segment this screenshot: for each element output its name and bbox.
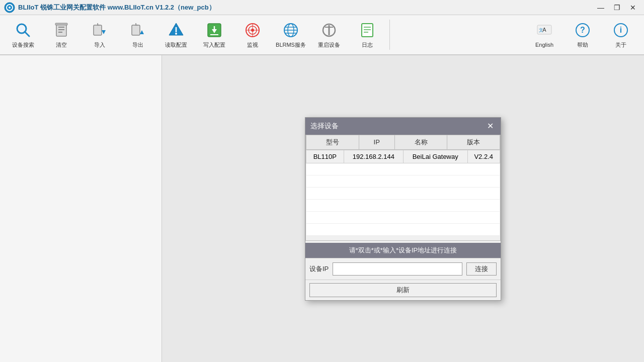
svg-rect-13 xyxy=(132,25,140,35)
title-controls: — ❐ ✕ xyxy=(594,2,640,13)
clear-label: 清空 xyxy=(56,42,67,48)
device-ip-0: 192.168.2.144 xyxy=(344,150,403,163)
monitor-label: 监视 xyxy=(247,42,258,48)
device-row-0[interactable]: BL110P 192.168.2.144 BeiLai Gateway V2.2… xyxy=(306,150,500,163)
write-config-icon xyxy=(205,21,224,40)
sidebar xyxy=(0,55,162,362)
log-label: 日志 xyxy=(362,42,373,48)
refresh-button[interactable]: 刷新 xyxy=(309,283,497,297)
restore-button[interactable]: ❐ xyxy=(610,2,624,13)
col-name: 名称 xyxy=(394,135,447,149)
toolbar-export[interactable]: 导出 xyxy=(120,17,156,52)
log-icon xyxy=(358,21,377,40)
restart-icon xyxy=(319,21,339,40)
device-version-0: V2.2.4 xyxy=(467,150,500,163)
table-header: 型号 IP 名称 版本 xyxy=(306,135,500,149)
dialog-title: 选择设备 xyxy=(310,122,339,131)
toolbar-clear[interactable]: 清空 xyxy=(43,17,79,52)
device-name-0: BeiLai Gateway xyxy=(403,150,467,163)
refresh-row: 刷新 xyxy=(305,280,501,300)
toolbar-log[interactable]: 日志 xyxy=(349,17,385,52)
toolbar-read-config[interactable]: 读取配置 xyxy=(158,17,194,52)
svg-point-5 xyxy=(19,26,24,31)
toolbar-separator xyxy=(389,20,390,50)
svg-line-4 xyxy=(25,32,29,36)
blrms-icon xyxy=(281,21,300,40)
main-area: 锐铢工业网关 www.BLIIoT.cn 选择设备 ✕ 型号 IP xyxy=(0,55,644,362)
search-device-label: 设备搜索 xyxy=(12,42,34,48)
svg-marker-12 xyxy=(102,30,106,34)
toolbar-search-device[interactable]: 设备搜索 xyxy=(5,17,41,52)
app-logo-icon xyxy=(4,2,15,13)
empty-row-2 xyxy=(306,175,500,187)
export-icon xyxy=(128,21,147,40)
table-body-scroll: BL110P 192.168.2.144 BeiLai Gateway V2.2… xyxy=(306,150,500,240)
device-table: 型号 IP 名称 版本 xyxy=(306,135,500,150)
import-icon xyxy=(90,21,109,40)
toolbar-monitor[interactable]: 监视 xyxy=(234,17,271,52)
select-device-dialog: 选择设备 ✕ 型号 IP 名称 版本 xyxy=(305,117,501,301)
toolbar: 设备搜索 清空 导入 xyxy=(0,15,644,55)
toolbar-restart[interactable]: 重启设备 xyxy=(311,17,347,52)
empty-row-4 xyxy=(306,199,500,211)
export-label: 导出 xyxy=(132,42,143,48)
col-version: 版本 xyxy=(447,135,500,149)
svg-point-17 xyxy=(175,33,177,35)
ip-label: 设备IP xyxy=(309,264,329,274)
svg-text:i: i xyxy=(620,26,622,34)
toolbar-help[interactable]: ? 帮助 xyxy=(565,17,601,52)
dialog-close-button[interactable]: ✕ xyxy=(485,121,496,132)
svg-rect-35 xyxy=(362,24,373,37)
clear-icon xyxy=(52,21,71,40)
read-config-icon xyxy=(167,21,186,40)
svg-rect-10 xyxy=(55,23,67,25)
content-area: 锐铢工业网关 www.BLIIoT.cn 选择设备 ✕ 型号 IP xyxy=(162,55,644,362)
device-ip-input[interactable] xyxy=(333,262,462,276)
about-label: 关于 xyxy=(615,42,626,48)
blrms-label: BLRMS服务 xyxy=(276,42,306,48)
title-bar: BLIIoT 锐铢工业网关配置软件 www.BLIIoT.cn V1.2.2（n… xyxy=(0,0,644,15)
hint-bar: 请*双击*或*输入*设备IP地址进行连接 xyxy=(305,243,501,258)
empty-row-5 xyxy=(306,211,500,223)
restart-label: 重启设备 xyxy=(318,42,340,48)
minimize-button[interactable]: — xyxy=(594,2,608,13)
svg-text:文: 文 xyxy=(539,28,543,33)
help-icon: ? xyxy=(573,21,592,40)
dialog-overlay: 选择设备 ✕ 型号 IP 名称 版本 xyxy=(162,55,644,362)
connect-button[interactable]: 连接 xyxy=(466,262,497,276)
import-label: 导入 xyxy=(94,42,105,48)
empty-row-6 xyxy=(306,223,500,235)
empty-row-3 xyxy=(306,187,500,199)
toolbar-blrms[interactable]: BLRMS服务 xyxy=(273,17,309,52)
toolbar-import[interactable]: 导入 xyxy=(82,17,118,52)
write-config-label: 写入配置 xyxy=(203,42,225,48)
connect-row: 设备IP 连接 xyxy=(305,258,501,280)
search-device-icon xyxy=(14,21,33,40)
title-left: BLIIoT 锐铢工业网关配置软件 www.BLIIoT.cn V1.2.2（n… xyxy=(4,2,215,13)
dialog-titlebar: 选择设备 ✕ xyxy=(305,118,501,135)
monitor-icon xyxy=(243,21,262,40)
empty-row-1 xyxy=(306,163,500,175)
svg-text:?: ? xyxy=(580,26,585,34)
svg-marker-14 xyxy=(140,30,144,34)
toolbar-english[interactable]: A 文 English xyxy=(526,17,562,52)
svg-point-2 xyxy=(9,7,11,9)
close-button[interactable]: ✕ xyxy=(626,2,640,13)
read-config-label: 读取配置 xyxy=(165,42,187,48)
app-title: BLIIoT 锐铢工业网关配置软件 www.BLIIoT.cn V1.2.2（n… xyxy=(18,3,215,12)
english-icon: A 文 xyxy=(535,21,554,40)
about-icon: i xyxy=(611,21,630,40)
device-model-0: BL110P xyxy=(306,150,344,163)
help-label: 帮助 xyxy=(577,42,588,48)
col-model: 型号 xyxy=(306,135,359,149)
svg-text:A: A xyxy=(542,27,546,33)
toolbar-right: A 文 English ? 帮助 i xyxy=(526,17,639,52)
toolbar-about[interactable]: i 关于 xyxy=(603,17,639,52)
svg-rect-11 xyxy=(94,25,102,35)
col-ip: IP xyxy=(359,135,394,149)
toolbar-write-config[interactable]: 写入配置 xyxy=(196,17,232,52)
device-table-container: 型号 IP 名称 版本 BL110P 19 xyxy=(305,135,501,241)
english-label: English xyxy=(535,42,553,48)
